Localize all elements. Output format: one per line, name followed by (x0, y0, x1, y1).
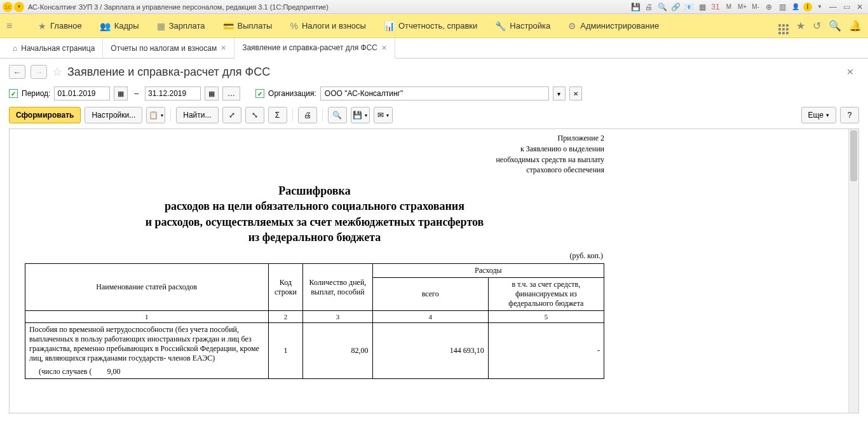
page-header: ← → ☆ Заявление и справка-расчет для ФСС… (0, 59, 868, 83)
star-icon: ★ (38, 21, 46, 31)
menu-salary[interactable]: ▦Зарплата (148, 14, 214, 38)
menu-admin[interactable]: ⚙Администрирование (559, 14, 668, 38)
unit-label: (руб. коп.) (25, 251, 604, 261)
appendix-line: страхового обеспечения (25, 165, 604, 176)
calc-icon[interactable]: ▦ (696, 2, 708, 12)
more-label: Еще (808, 111, 824, 120)
calendar-from-button[interactable]: ▦ (114, 86, 128, 100)
find-button[interactable]: Найти... (176, 107, 218, 123)
info-icon[interactable]: i (803, 3, 812, 11)
th-code: Код строки (268, 264, 303, 311)
close-icon[interactable]: ✕ (220, 44, 226, 52)
maximize-icon[interactable]: ▭ (841, 2, 852, 12)
tab-home[interactable]: ⌂ Начальная страница (5, 38, 103, 58)
sum-button[interactable]: Σ (268, 107, 287, 123)
print-button[interactable]: 🖨 (298, 107, 317, 123)
back-button[interactable]: ← (9, 65, 25, 79)
org-dropdown-button[interactable]: ▾ (553, 86, 566, 100)
m-icon[interactable]: M (723, 2, 735, 12)
menu-payments[interactable]: 💳Выплаты (214, 14, 281, 38)
report-title: Расшифровка расходов на цели обязательно… (25, 183, 604, 245)
org-clear-button[interactable]: ✕ (569, 86, 582, 100)
collapse-button[interactable]: ⤡ (245, 107, 264, 123)
title-bar: 1c ▼ АС-Консалтинг ЗУП 3 / Зарплата и уп… (0, 0, 868, 14)
system-toolbar: 💾 🖨 🔍 🔗 📧 ▦ 31 M M+ M- ⊕ ▥ 👤 i ▼ — ▭ ✕ (630, 2, 865, 12)
expand-button[interactable]: ⤢ (222, 107, 241, 123)
tab-label: Отчеты по налогам и взносам (111, 44, 217, 53)
menu-label: Кадры (114, 21, 139, 31)
calendar-icon[interactable]: 31 (710, 2, 721, 12)
org-label: Организация: (268, 89, 316, 98)
period-select-button[interactable]: … (222, 86, 240, 100)
search-menu-icon[interactable]: 🔍 (829, 20, 841, 32)
tabs-bar: ⌂ Начальная страница Отчеты по налогам и… (0, 38, 868, 59)
org-input[interactable] (320, 86, 549, 100)
percent-icon: % (290, 21, 297, 31)
menu-label: Отчетность, справки (398, 21, 477, 31)
minimize-icon[interactable]: — (827, 2, 839, 12)
tab-tax-reports[interactable]: Отчеты по налогам и взносам ✕ (103, 38, 234, 58)
mail-icon[interactable]: 📧 (683, 2, 695, 12)
more-button[interactable]: Еще ▾ (801, 107, 836, 123)
preview-button[interactable]: 🔍 (328, 107, 347, 123)
burger-icon[interactable]: ≡ (6, 20, 22, 32)
cell-cases: (число случаев ( 9,00 (25, 365, 269, 379)
tab-label: Начальная страница (21, 44, 95, 53)
forward-button[interactable]: → (31, 65, 47, 79)
th-expenses: Расходы (372, 264, 604, 278)
scrollbar[interactable] (848, 129, 858, 413)
menu-reports[interactable]: 📊Отчетность, справки (375, 14, 486, 38)
favorites-icon[interactable]: ★ (796, 20, 805, 32)
close-window-icon[interactable]: ✕ (854, 2, 865, 12)
close-icon[interactable]: ✕ (381, 44, 387, 52)
row-text: Пособия по временной нетрудоспособности … (29, 325, 259, 362)
document-area: Приложение 2 к Заявлению о выделении нео… (9, 128, 859, 413)
email-button[interactable]: ✉▾ (374, 107, 393, 123)
scroll-thumb[interactable] (850, 130, 857, 181)
save-report-button[interactable]: 💾▾ (351, 107, 370, 123)
menu-taxes[interactable]: %Налоги и взносы (281, 14, 375, 38)
print-icon[interactable]: 🖨 (643, 2, 654, 12)
filter-bar: ✓ Период: ▦ – ▦ … ✓ Организация: ▾ ✕ (0, 83, 868, 104)
menu-settings[interactable]: 🔧Настройка (486, 14, 559, 38)
generate-button[interactable]: Сформировать (9, 107, 81, 123)
help-button[interactable]: ? (840, 107, 859, 123)
close-page-icon[interactable]: ✕ (846, 67, 859, 77)
zoom-icon[interactable]: ⊕ (763, 2, 775, 12)
m-minus-icon[interactable]: M- (750, 2, 761, 12)
bell-icon[interactable]: 🔔 (849, 20, 862, 32)
date-from-input[interactable] (54, 86, 110, 100)
menu-personnel[interactable]: 👥Кадры (91, 14, 148, 38)
org-checkbox[interactable]: ✓ (255, 89, 264, 98)
info-drop-icon[interactable]: ▼ (814, 2, 825, 12)
panels-icon[interactable]: ▥ (776, 2, 788, 12)
m-plus-icon[interactable]: M+ (736, 2, 748, 12)
appendix-block: Приложение 2 к Заявлению о выделении нео… (25, 133, 604, 176)
app-dropdown-icon[interactable]: ▼ (14, 2, 24, 12)
history-icon[interactable]: ↺ (813, 20, 821, 32)
main-menu: ≡ ★Главное 👥Кадры ▦Зарплата 💳Выплаты %На… (0, 14, 868, 38)
cell-federal: - (488, 323, 604, 379)
save-icon[interactable]: 💾 (630, 2, 641, 12)
cell-total: 144 693,10 (372, 323, 488, 379)
paste-button[interactable]: 📋▾ (146, 107, 165, 123)
menu-label: Зарплата (169, 21, 205, 31)
menu-label: Выплаты (238, 21, 273, 31)
period-label: Период: (22, 89, 50, 98)
search-icon[interactable]: 🔍 (656, 2, 668, 12)
tab-fss-report[interactable]: Заявление и справка-расчет для ФСС ✕ (234, 38, 395, 59)
apps-grid-icon[interactable] (778, 18, 789, 34)
settings-button[interactable]: Настройки... (85, 107, 142, 123)
title-line: расходов на цели обязательного социально… (25, 198, 604, 214)
colnum: 3 (303, 311, 372, 323)
date-to-input[interactable] (145, 86, 201, 100)
menu-main[interactable]: ★Главное (29, 14, 91, 38)
menu-label: Главное (50, 21, 82, 31)
user-icon[interactable]: 👤 (790, 2, 801, 12)
colnum: 5 (488, 311, 604, 323)
period-checkbox[interactable]: ✓ (9, 89, 18, 98)
link-icon[interactable]: 🔗 (670, 2, 681, 12)
th-days: Количество дней, выплат, пособий (303, 264, 372, 311)
favorite-star-icon[interactable]: ☆ (52, 65, 62, 79)
calendar-to-button[interactable]: ▦ (205, 86, 219, 100)
